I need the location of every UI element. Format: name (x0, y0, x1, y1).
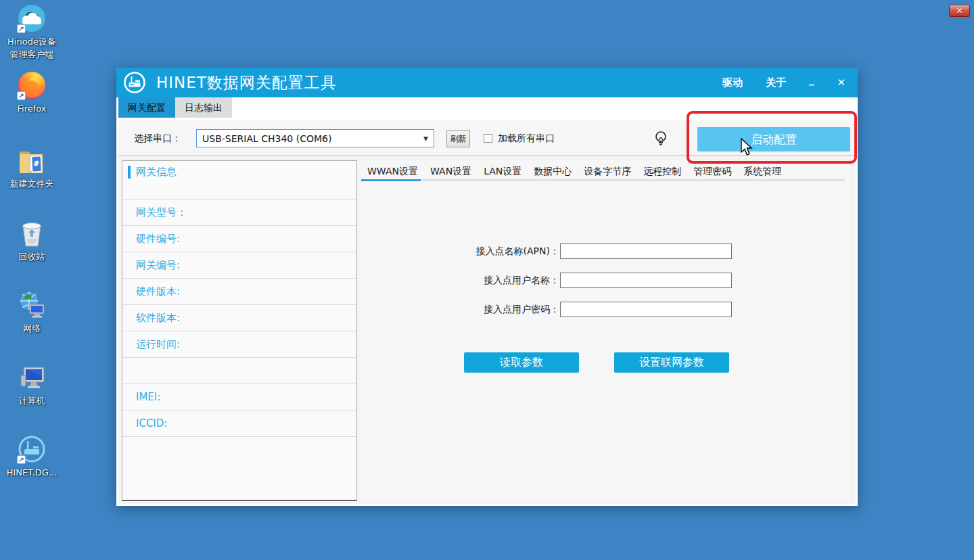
load-all-ports-label: 加载所有串口 (498, 120, 555, 156)
start-config-button[interactable]: 启动配置 (697, 127, 850, 151)
main-tab-bar: 网关配置 日志输出 (118, 97, 856, 120)
app-logo-router-icon (123, 71, 146, 94)
folder-icon (16, 145, 47, 176)
hinode-client-icon: ↗ (16, 3, 47, 34)
apn-password-label: 接入点用户密码： (484, 304, 559, 316)
tab-remote-control[interactable]: 远程控制 (637, 164, 687, 179)
desktop-icon-computer[interactable]: 计算机 (1, 362, 62, 408)
desktop-icon-label: 计算机 (19, 395, 45, 408)
info-row-gateway-id: 网关编号: (122, 252, 356, 279)
shortcut-arrow-icon: ↗ (17, 91, 26, 100)
hinet-shortcut-icon: ↗ (16, 434, 47, 465)
info-row-iccid: ICCID: (122, 411, 356, 437)
info-row-imei: IMEI: (122, 384, 356, 411)
apn-password-input[interactable] (560, 302, 732, 317)
info-row-hardware-id: 硬件编号: (122, 226, 356, 252)
info-row-model: 网关型号： (122, 200, 356, 226)
serial-port-select[interactable]: USB-SERIAL CH340 (COM6) ▼ (196, 129, 434, 147)
tab-lan-settings[interactable]: LAN设置 (478, 164, 528, 179)
tab-device-byte-order[interactable]: 设备字节序 (578, 164, 637, 179)
app-window: HINET数据网关配置工具 驱动 关于 _ ✕ 网关配置 日志输出 选择串口： … (116, 68, 858, 506)
desktop-icon-label: 回收站 (19, 251, 45, 264)
tab-system-management[interactable]: 系统管理 (737, 164, 787, 179)
info-row-software-version: 软件版本: (122, 305, 356, 331)
desktop-icon-hinet-shortcut[interactable]: ↗ HINET.DG... (1, 434, 62, 480)
titlebar[interactable]: HINET数据网关配置工具 驱动 关于 _ ✕ (116, 68, 858, 97)
tab-wan-settings[interactable]: WAN设置 (424, 164, 478, 179)
client-area: 选择串口： USB-SERIAL CH340 (COM6) ▼ 刷新 加载所有串… (118, 120, 856, 504)
tabs-baseline (361, 179, 845, 181)
desktop-icon-network[interactable]: 网络 (1, 289, 62, 335)
info-row-hardware-version: 硬件版本: (122, 279, 356, 305)
accent-bar (128, 166, 131, 179)
apn-name-input[interactable] (560, 243, 732, 259)
lightbulb-icon[interactable] (654, 131, 668, 149)
apn-name-label: 接入点名称(APN)： (476, 246, 559, 258)
shortcut-arrow-icon: ↗ (17, 455, 26, 464)
gateway-info-panel: 网关信息 网关型号： 硬件编号: 网关编号: 硬件版本: 软件版本: 运行时间:… (122, 160, 357, 501)
apn-username-label: 接入点用户名称： (484, 275, 559, 287)
about-menu-item[interactable]: 关于 (766, 76, 786, 89)
tab-log-output[interactable]: 日志输出 (175, 97, 232, 118)
recycle-bin-icon (16, 218, 47, 249)
firefox-icon: ↗ (16, 70, 47, 101)
gateway-info-header: 网关信息 (122, 161, 356, 200)
desktop-icon-label: Hinode设备 管理客户端 (7, 36, 56, 62)
screen-close-button[interactable]: ✕ (949, 5, 970, 17)
tab-data-center[interactable]: 数据中心 (528, 164, 578, 179)
driver-menu-item[interactable]: 驱动 (722, 76, 743, 89)
minimize-button[interactable]: _ (809, 74, 814, 86)
desktop-icon-label: Firefox (17, 103, 46, 116)
desktop-icon-recycle-bin[interactable]: 回收站 (1, 218, 62, 264)
active-tab-underline (361, 179, 421, 181)
tab-admin-password[interactable]: 管理密码 (687, 164, 737, 179)
serial-port-label: 选择串口： (134, 120, 181, 156)
gateway-info-title: 网关信息 (136, 166, 177, 179)
tab-wwan-settings[interactable]: WWAN设置 (361, 164, 424, 179)
read-params-button[interactable]: 读取参数 (464, 352, 579, 373)
desktop-icon-label: HINET.DG... (7, 467, 57, 480)
desktop-icon-label: 新建文件夹 (10, 178, 54, 191)
tab-gateway-config[interactable]: 网关配置 (118, 97, 175, 118)
toolbar: 选择串口： USB-SERIAL CH340 (COM6) ▼ 刷新 加载所有串… (118, 120, 856, 156)
desktop-icon-firefox[interactable]: ↗ Firefox (1, 70, 62, 116)
settings-tab-bar: WWAN设置 WAN设置 LAN设置 数据中心 设备字节序 远程控制 管理密码 … (361, 164, 787, 179)
window-title: HINET数据网关配置工具 (156, 72, 722, 93)
desktop: { "desktop": { "icons": [ { "label": "Hi… (0, 0, 974, 560)
desktop-icon-label: 网络 (23, 323, 41, 335)
load-all-ports-checkbox[interactable] (484, 134, 492, 143)
computer-icon (16, 362, 47, 393)
desktop-icon-new-folder[interactable]: 新建文件夹 (1, 145, 62, 191)
serial-port-value: USB-SERIAL CH340 (COM6) (202, 133, 423, 144)
refresh-button[interactable]: 刷新 (446, 130, 470, 147)
info-row-empty (122, 358, 356, 384)
close-button[interactable]: ✕ (837, 76, 845, 89)
chevron-down-icon: ▼ (423, 135, 428, 142)
set-network-params-button[interactable]: 设置联网参数 (614, 352, 729, 373)
settings-panel: WWAN设置 WAN设置 LAN设置 数据中心 设备字节序 远程控制 管理密码 … (360, 160, 850, 501)
apn-username-input[interactable] (560, 273, 732, 288)
info-row-uptime: 运行时间: (122, 331, 356, 358)
desktop-icon-hinode-client[interactable]: ↗ Hinode设备 管理客户端 (1, 3, 62, 62)
shortcut-arrow-icon: ↗ (17, 24, 26, 33)
network-icon (16, 289, 47, 321)
